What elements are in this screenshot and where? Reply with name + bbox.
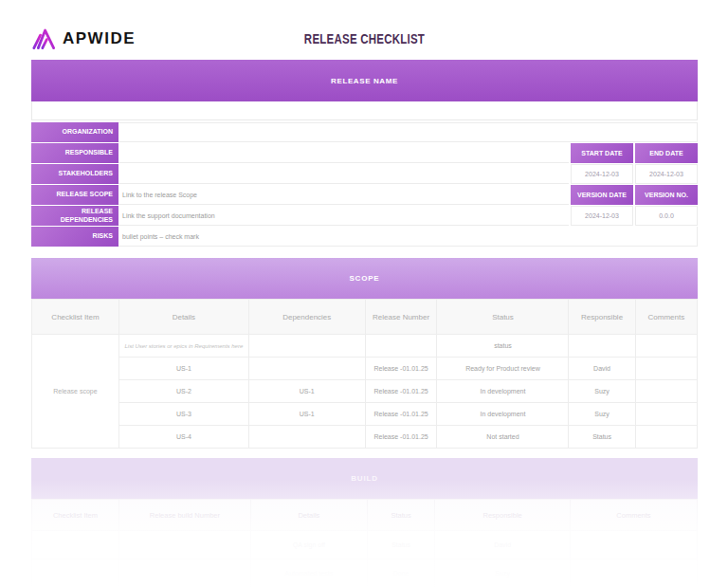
scope-status-cell: Ready for Product review (437, 358, 569, 380)
version-date-value[interactable]: 2024-12-03 (571, 206, 633, 226)
scope-dependencies-cell[interactable] (248, 335, 365, 358)
build-status-cell: Done (367, 559, 435, 587)
build-col-responsible: Responsible (435, 500, 571, 531)
scope-comments-cell[interactable] (635, 358, 697, 380)
scope-responsible-cell: Suzy (569, 380, 635, 403)
scope-release-number-cell: Release -01.01.25 (365, 380, 437, 403)
risks-label: RISKS (31, 227, 118, 247)
scope-release-number-cell[interactable] (365, 335, 437, 358)
scope-details-cell: List User stories or epics in Requiremen… (118, 335, 248, 358)
scope-comments-cell[interactable] (635, 426, 697, 449)
scope-row: US-1 Release -01.01.25 Ready for Product… (32, 358, 698, 380)
release-dependencies-label: RELEASE DEPENDENCIES (31, 206, 118, 226)
scope-dependencies-cell[interactable] (248, 426, 365, 449)
info-row-release-dependencies: RELEASE DEPENDENCIES Link the support do… (31, 206, 698, 226)
build-table: Checklist Item Release build Number Deta… (31, 499, 698, 587)
scope-col-comments: Comments (635, 300, 697, 335)
build-header-row: Checklist Item Release build Number Deta… (32, 500, 698, 531)
scope-dependencies-cell[interactable] (248, 358, 365, 380)
scope-header-row: Checklist Item Details Dependencies Rele… (32, 300, 698, 335)
stakeholders-label: STAKEHOLDERS (31, 164, 118, 184)
scope-col-status: Status (437, 300, 569, 335)
scope-comments-cell[interactable] (635, 403, 697, 426)
apwide-triangle-icon (31, 27, 57, 50)
risks-field[interactable]: bullet points – check mark (118, 227, 698, 247)
responsible-field[interactable] (118, 143, 569, 163)
info-row-responsible: RESPONSIBLE START DATE END DATE (31, 143, 698, 163)
build-row: QA sign off Status David (32, 531, 698, 559)
scope-details-cell: US-4 (118, 426, 248, 449)
build-details-cell: QA sign off (250, 531, 367, 559)
info-row-organization: ORGANIZATION (31, 122, 698, 142)
version-date-header: VERSION DATE (571, 185, 633, 205)
scope-row: US-2 US-1 Release -01.01.25 In developme… (32, 380, 698, 403)
organization-field[interactable] (118, 122, 698, 142)
release-name-field[interactable] (31, 101, 698, 120)
start-date-value[interactable]: 2024-12-03 (571, 164, 633, 184)
scope-dependencies-cell: US-1 (248, 380, 365, 403)
info-row-risks: RISKS bullet points – check mark (31, 227, 698, 247)
build-col-comments: Comments (570, 500, 697, 531)
scope-responsible-cell: Status (569, 426, 635, 449)
build-responsible-cell: Suzy (435, 559, 571, 587)
scope-responsible-cell: David (569, 358, 635, 380)
scope-section-title: SCOPE (349, 274, 379, 283)
scope-release-number-cell: Release -01.01.25 (365, 358, 437, 380)
build-col-details: Details (250, 500, 367, 531)
responsible-label: RESPONSIBLE (31, 143, 118, 163)
release-name-banner: RELEASE NAME (31, 60, 698, 101)
scope-col-release-number: Release Number (365, 300, 437, 335)
scope-row: US-4 Release -01.01.25 Not started Statu… (32, 426, 698, 449)
scope-comments-cell[interactable] (635, 380, 697, 403)
scope-table: Checklist Item Details Dependencies Rele… (31, 299, 698, 449)
stakeholders-field[interactable] (118, 164, 569, 184)
scope-col-dependencies: Dependencies (248, 300, 365, 335)
start-date-header: START DATE (571, 143, 633, 163)
scope-row: US-3 US-1 Release -01.01.25 In developme… (32, 403, 698, 426)
build-col-release-build-number: Release build Number (118, 500, 250, 531)
build-col-status: Status (367, 500, 435, 531)
end-date-value[interactable]: 2024-12-03 (635, 164, 698, 184)
build-section-banner: BUILD (31, 458, 698, 499)
build-number-cell (118, 559, 250, 587)
build-row: Automated tests Done Suzy (32, 559, 698, 587)
scope-comments-cell[interactable] (635, 335, 697, 358)
release-info-grid: ORGANIZATION RESPONSIBLE START DATE END … (31, 122, 698, 247)
scope-col-checklist-item: Checklist Item (32, 300, 119, 335)
build-col-checklist-item: Checklist Item (32, 500, 119, 531)
scope-responsible-cell: Suzy (569, 403, 635, 426)
release-scope-label: RELEASE SCOPE (31, 185, 118, 205)
build-status-cell: Status (367, 531, 435, 559)
build-checklist-cell (32, 559, 119, 587)
scope-col-details: Details (118, 300, 248, 335)
release-dependencies-link[interactable]: Link the support documentation (118, 206, 569, 226)
organization-label: ORGANIZATION (31, 122, 118, 142)
scope-status-cell: status (437, 335, 569, 358)
version-no-header: VERSION NO. (635, 185, 698, 205)
page-title: RELEASE CHECKLIST (91, 31, 637, 46)
build-checklist-cell (32, 531, 119, 559)
build-section-title: BUILD (351, 474, 377, 483)
release-name-label: RELEASE NAME (331, 77, 398, 85)
build-details-cell: Automated tests (250, 559, 367, 587)
scope-release-number-cell: Release -01.01.25 (365, 426, 437, 449)
scope-responsible-cell[interactable] (569, 335, 635, 358)
scope-release-number-cell: Release -01.01.25 (365, 403, 437, 426)
end-date-header: END DATE (635, 143, 698, 163)
release-scope-link[interactable]: Link to the release Scope (118, 185, 569, 205)
release-checklist-page: APWIDE RELEASE CHECKLIST RELEASE NAME OR… (0, 0, 728, 587)
scope-section-banner: SCOPE (31, 258, 698, 299)
scope-details-cell: US-1 (118, 358, 248, 380)
version-no-value[interactable]: 0.0.0 (635, 206, 698, 226)
info-row-stakeholders: STAKEHOLDERS 2024-12-03 2024-12-03 (31, 164, 698, 184)
scope-group-cell: Release scope (32, 335, 119, 449)
scope-status-cell: In development (437, 403, 569, 426)
info-row-release-scope: RELEASE SCOPE Link to the release Scope … (31, 185, 698, 205)
scope-details-cell: US-3 (118, 403, 248, 426)
scope-row: Release scope List User stories or epics… (32, 335, 698, 358)
build-number-cell (118, 531, 250, 559)
build-comments-cell (570, 531, 697, 559)
scope-dependencies-cell: US-1 (248, 403, 365, 426)
scope-col-responsible: Responsible (569, 300, 635, 335)
scope-status-cell: In development (437, 380, 569, 403)
